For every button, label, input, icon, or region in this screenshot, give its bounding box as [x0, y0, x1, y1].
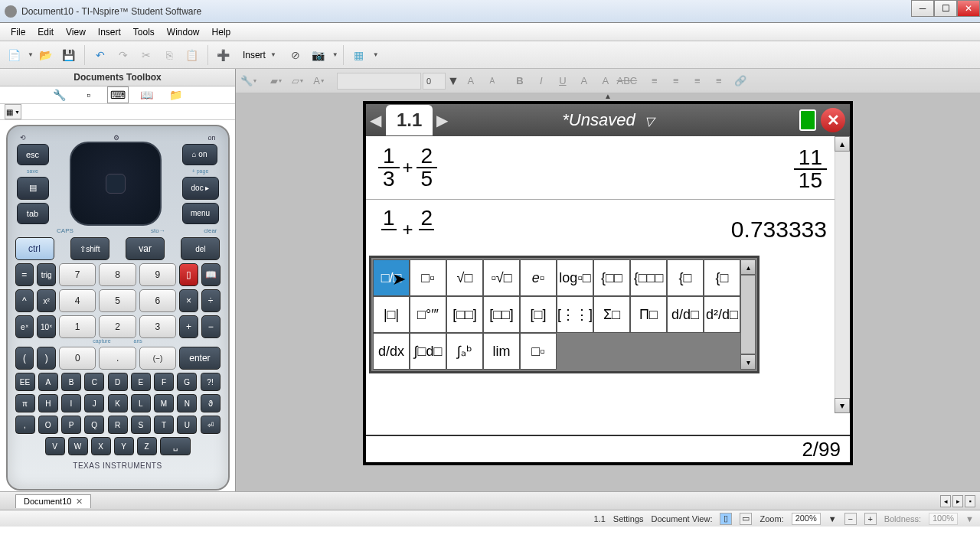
boldness-value[interactable]: 100%: [929, 513, 958, 525]
align-right[interactable]: ≡: [688, 72, 707, 90]
template-matrix-2x1[interactable]: [□]: [520, 296, 557, 333]
toolbox-tab-tools[interactable]: 🔧: [49, 86, 70, 103]
zoom-out[interactable]: −: [844, 513, 857, 525]
template-2nd-derivative[interactable]: d²/d□: [704, 296, 740, 333]
calc-a-key[interactable]: A: [38, 373, 58, 391]
calc-p-key[interactable]: P: [61, 416, 81, 434]
font-smaller[interactable]: A: [482, 72, 502, 90]
calc-trig-key[interactable]: trig: [37, 263, 56, 286]
calc-9-key[interactable]: 9: [139, 263, 176, 286]
calc-ctrl-key[interactable]: ctrl: [15, 237, 54, 260]
calc-z-key[interactable]: Z: [137, 437, 157, 455]
calc-minus-key[interactable]: −: [201, 315, 220, 338]
template-matrix-1x2[interactable]: [□□]: [483, 296, 520, 333]
close-page-button[interactable]: ✕: [821, 108, 845, 132]
zoom-value[interactable]: 200%: [792, 513, 821, 525]
calc-v-key[interactable]: V: [45, 437, 65, 455]
undo-button[interactable]: ↶: [90, 44, 111, 66]
calc-k-key[interactable]: K: [108, 394, 128, 412]
scroll-down-button[interactable]: ▾: [835, 398, 850, 413]
menu-edit[interactable]: Edit: [31, 25, 60, 39]
palette-scroll-up[interactable]: ▴: [740, 259, 756, 275]
italic-button[interactable]: I: [531, 72, 551, 90]
tab-prev[interactable]: ◂: [940, 495, 951, 507]
calc-h-key[interactable]: H: [38, 394, 58, 412]
calc-pi-key[interactable]: π: [15, 394, 35, 412]
palette-scroll-down[interactable]: ▾: [740, 354, 756, 370]
toolbox-tab-content[interactable]: 📁: [165, 86, 187, 103]
page-tab[interactable]: 1.1: [386, 105, 433, 135]
zoom-in[interactable]: +: [864, 513, 877, 525]
calc-1-key[interactable]: 1: [59, 315, 96, 338]
template-dms[interactable]: □°′″: [410, 296, 446, 333]
calc-doc-key[interactable]: doc ▸: [182, 177, 219, 200]
underline-button[interactable]: U: [553, 72, 573, 90]
calc-scratchpad-key[interactable]: ▤: [17, 177, 49, 200]
copy-button[interactable]: ⎘: [158, 44, 180, 66]
calc-3-key[interactable]: 3: [139, 315, 176, 338]
template-sum[interactable]: Σ□: [593, 296, 630, 333]
keypad-selector[interactable]: ▦▼: [5, 104, 21, 119]
bold-button[interactable]: B: [510, 72, 530, 90]
calc-del-key[interactable]: del: [181, 237, 220, 260]
template-exponent[interactable]: □▫: [410, 259, 446, 296]
align-center[interactable]: ≡: [666, 72, 686, 90]
calc-equals-key[interactable]: =: [15, 263, 34, 286]
sup-button[interactable]: A: [574, 72, 594, 90]
calc-8-key[interactable]: 8: [99, 263, 136, 286]
calc-q-key[interactable]: Q: [84, 416, 104, 434]
menu-window[interactable]: Window: [161, 25, 206, 39]
font-size-input[interactable]: [423, 73, 446, 90]
template-matrix-2x2[interactable]: [□□]: [446, 296, 483, 333]
calc-4-key[interactable]: 4: [59, 289, 96, 312]
calc-r-key[interactable]: R: [108, 416, 128, 434]
maximize-button[interactable]: ☐: [934, 0, 957, 17]
calc-u-key[interactable]: U: [177, 416, 197, 434]
calc-i-key[interactable]: I: [61, 394, 81, 412]
calc-space-key[interactable]: ␣: [160, 437, 191, 455]
insert-dropdown[interactable]: Insert▼: [236, 44, 283, 66]
status-page[interactable]: 1.1: [594, 514, 606, 523]
calc-6-key[interactable]: 6: [139, 289, 176, 312]
new-doc-button[interactable]: 📄: [3, 44, 24, 66]
menu-help[interactable]: Help: [206, 25, 237, 39]
calc-lparen-key[interactable]: (: [15, 347, 34, 370]
tab-next[interactable]: ▸: [952, 495, 963, 507]
insert-link[interactable]: 🔗: [730, 72, 750, 90]
calculator-history[interactable]: ▴ ▾ 13 + 25 1115 1 +: [366, 136, 850, 435]
calc-0-key[interactable]: 0: [59, 347, 96, 370]
calc-2-key[interactable]: 2: [99, 315, 136, 338]
minimize-button[interactable]: ─: [911, 0, 934, 17]
menu-insert[interactable]: Insert: [92, 25, 127, 39]
redo-button[interactable]: ↷: [113, 44, 134, 66]
template-abs[interactable]: |□|: [373, 296, 410, 333]
calc-x-key[interactable]: X: [91, 437, 111, 455]
calc-enter-key[interactable]: enter: [179, 347, 220, 370]
template-sqrt[interactable]: √□: [446, 259, 483, 296]
handheld-entry-line[interactable]: 2/99: [366, 435, 850, 462]
menu-tools[interactable]: Tools: [127, 25, 161, 39]
collapse-handle[interactable]: ▲: [604, 92, 612, 100]
calc-div-key[interactable]: ÷: [201, 289, 220, 312]
calc-e-key[interactable]: E: [131, 373, 151, 391]
calc-b-key[interactable]: B: [61, 373, 81, 391]
view-computer-button[interactable]: ▭: [740, 513, 752, 525]
sub-button[interactable]: A: [596, 72, 616, 90]
doc-menu-arrow[interactable]: ▽: [645, 115, 654, 128]
toolbox-tab-keypad[interactable]: ⌨: [107, 86, 129, 103]
calc-neg-key[interactable]: (−): [139, 347, 176, 370]
calc-on-key[interactable]: ⌂ on: [182, 144, 217, 165]
fill-color-button[interactable]: ▰▼: [266, 72, 286, 90]
calc-caret-key[interactable]: ^: [15, 289, 34, 312]
font-bigger[interactable]: A: [461, 72, 481, 90]
calc-shift-key[interactable]: ⇧shift: [70, 237, 109, 260]
calc-f-key[interactable]: F: [154, 373, 174, 391]
close-button[interactable]: ✕: [957, 0, 980, 17]
template-log[interactable]: log▫□: [557, 259, 593, 296]
cut-button[interactable]: ✂: [136, 44, 157, 66]
paste-button[interactable]: 📋: [181, 44, 203, 66]
calc-c-key[interactable]: C: [84, 373, 104, 391]
history-line-1[interactable]: 13 + 25 1115: [366, 136, 850, 200]
scrollbar-track[interactable]: [835, 152, 850, 398]
template-piecewise-2[interactable]: {□□: [593, 259, 630, 296]
